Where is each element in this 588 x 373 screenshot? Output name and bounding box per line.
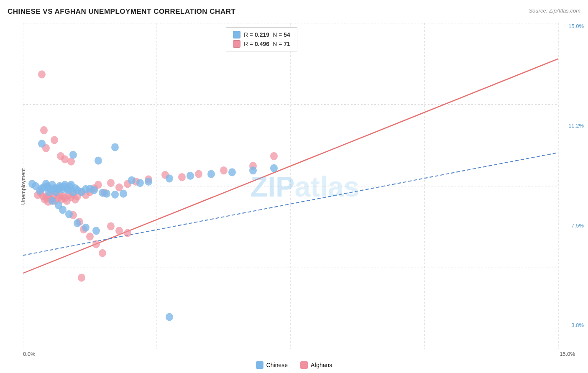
svg-point-60 (86, 232, 94, 240)
legend-swatch-afghan (233, 40, 240, 48)
legend-row-afghan: R = 0.496 N = 71 (233, 40, 290, 48)
svg-point-51 (40, 126, 48, 134)
svg-point-118 (59, 206, 66, 214)
svg-point-61 (92, 240, 100, 248)
svg-point-102 (128, 176, 135, 184)
svg-point-48 (220, 166, 228, 174)
svg-point-110 (270, 164, 278, 172)
chart-title: CHINESE VS AFGHAN UNEMPLOYMENT CORRELATI… (8, 8, 235, 16)
bottom-swatch-afghan (300, 361, 308, 369)
y-label-7: 7.5% (568, 222, 584, 229)
svg-point-66 (78, 273, 85, 281)
bottom-label-chinese: Chinese (266, 362, 288, 368)
bottom-swatch-chinese (256, 361, 263, 369)
y-label-3: 3.8% (568, 322, 584, 328)
bottom-legend-afghan: Afghans (300, 361, 332, 369)
bottom-legend: Chinese Afghans (0, 361, 588, 369)
chart-container: CHINESE VS AFGHAN UNEMPLOYMENT CORRELATI… (0, 0, 588, 373)
svg-point-99 (103, 190, 110, 198)
svg-point-65 (124, 229, 131, 237)
legend-box: R = 0.219 N = 54 R = 0.496 N = 71 (226, 27, 297, 51)
svg-point-103 (136, 179, 144, 187)
svg-point-116 (49, 197, 56, 205)
svg-point-63 (107, 222, 115, 230)
svg-point-50 (270, 152, 278, 160)
svg-point-46 (178, 173, 186, 181)
svg-point-120 (74, 219, 81, 227)
svg-point-119 (65, 210, 73, 218)
bottom-label-afghan: Afghans (311, 362, 332, 368)
svg-point-122 (92, 227, 100, 235)
svg-point-67 (38, 70, 46, 78)
legend-r-chinese: R = 0.219 (244, 31, 269, 38)
chart-svg (23, 23, 575, 349)
bottom-legend-chinese: Chinese (256, 361, 288, 369)
svg-point-40 (107, 179, 115, 187)
legend-n-afghan: N = 71 (273, 41, 290, 47)
svg-point-100 (111, 191, 119, 199)
legend-swatch-chinese (233, 31, 240, 38)
legend-row-chinese: R = 0.219 N = 54 (233, 31, 290, 38)
y-label-15: 15.0% (568, 23, 584, 29)
svg-point-113 (69, 151, 77, 159)
svg-point-97 (90, 186, 98, 194)
svg-point-101 (120, 190, 127, 198)
legend-r-afghan: R = 0.496 (244, 41, 269, 47)
svg-line-11 (23, 153, 558, 255)
svg-point-104 (145, 178, 152, 186)
svg-point-107 (207, 170, 215, 178)
svg-point-47 (195, 170, 202, 178)
legend-n-chinese: N = 54 (273, 31, 290, 38)
svg-point-115 (111, 143, 119, 151)
svg-point-112 (38, 140, 46, 148)
svg-point-121 (82, 224, 89, 232)
svg-point-109 (249, 166, 257, 174)
y-label-11: 11.2% (568, 123, 584, 129)
y-right-labels: 15.0% 11.2% 7.5% 3.8% (568, 23, 584, 328)
svg-point-52 (51, 136, 58, 144)
svg-point-105 (166, 174, 173, 182)
svg-point-64 (115, 227, 123, 235)
svg-point-123 (166, 313, 173, 321)
x-label-0: 0.0% (23, 351, 36, 357)
x-label-15: 15.0% (560, 351, 575, 357)
svg-point-108 (228, 168, 236, 176)
source-label: Source: ZipAtlas.com (529, 8, 580, 14)
svg-point-62 (99, 249, 106, 257)
svg-point-114 (95, 156, 102, 164)
x-bottom-labels: 0.0% 15.0% (23, 351, 575, 357)
svg-point-111 (28, 180, 36, 188)
svg-point-106 (187, 172, 194, 180)
